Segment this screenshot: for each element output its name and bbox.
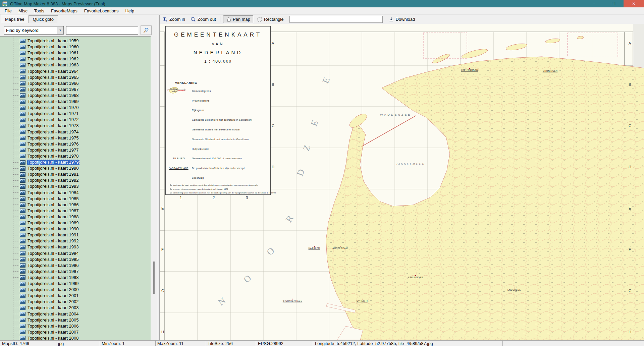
map-image-icon <box>20 245 25 249</box>
legend-entry: Spoorweg <box>166 173 271 183</box>
tree-item[interactable]: Topotijdreis.nl - kaart 1983 <box>0 183 151 189</box>
tree-item[interactable]: Topotijdreis.nl - kaart 2008 <box>0 335 151 340</box>
maximize-button[interactable]: ❐ <box>604 0 624 7</box>
map-image-icon <box>20 324 25 328</box>
tree-item[interactable]: Topotijdreis.nl - kaart 1986 <box>0 202 151 208</box>
city-label: UTRECHT <box>357 300 368 302</box>
search-input[interactable] <box>66 26 138 35</box>
rectangle-button[interactable]: Rectangle <box>255 15 286 23</box>
panel-splitter[interactable] <box>157 15 160 340</box>
tree-item[interactable]: Topotijdreis.nl - kaart 1980 <box>0 165 151 171</box>
tree-item[interactable]: Topotijdreis.nl - kaart 1961 <box>0 50 151 56</box>
tree-item[interactable]: Topotijdreis.nl - kaart 1998 <box>0 275 151 281</box>
tree-item[interactable]: Topotijdreis.nl - kaart 1968 <box>0 93 151 99</box>
toolbar-input[interactable] <box>289 16 383 23</box>
tree-item[interactable]: Topotijdreis.nl - kaart 1967 <box>0 86 151 93</box>
tree-item[interactable]: Topotijdreis.nl - kaart 2005 <box>0 317 151 323</box>
map-image-icon <box>20 124 25 128</box>
tree-item[interactable]: Topotijdreis.nl - kaart 1991 <box>0 232 151 238</box>
tree-item[interactable]: Topotijdreis.nl - kaart 1975 <box>0 135 151 141</box>
tree-item[interactable]: Topotijdreis.nl - kaart 1989 <box>0 220 151 226</box>
tree-item[interactable]: Topotijdreis.nl - kaart 1997 <box>0 269 151 275</box>
menu-file[interactable]: File <box>1 8 15 14</box>
tree-item[interactable]: Topotijdreis.nl - kaart 1962 <box>0 56 151 62</box>
tree-item[interactable]: Topotijdreis.nl - kaart 1999 <box>0 281 151 287</box>
tree-item[interactable]: Topotijdreis.nl - kaart 1978 <box>0 153 151 159</box>
menu-favoritelocations[interactable]: FavoriteLocations <box>81 8 122 14</box>
zoom-out-button[interactable]: Zoom out <box>188 15 219 23</box>
menu-misc[interactable]: Misc <box>15 8 31 14</box>
find-mode-combobox[interactable]: Find by Keyword ▼ <box>4 26 64 35</box>
statusbar-segment: EPSG:28992 <box>256 340 313 346</box>
menu-favoritemaps[interactable]: FavoriteMaps <box>48 8 81 14</box>
tree-item[interactable]: Topotijdreis.nl - kaart 1969 <box>0 99 151 105</box>
tree-item[interactable]: Topotijdreis.nl - kaart 1970 <box>0 105 151 111</box>
tree-scrollbar-thumb[interactable] <box>153 262 155 294</box>
map-viewport[interactable]: AABBCCDDEEFFGGHH123NOORDZEEWADDENZEEIJSS… <box>160 24 644 340</box>
tree-item[interactable]: Topotijdreis.nl - kaart 1965 <box>0 74 151 80</box>
tree-connector <box>13 53 19 53</box>
tree-connector <box>13 241 19 241</box>
tree-item[interactable]: Topotijdreis.nl - kaart 1988 <box>0 214 151 220</box>
tree-scrollbar[interactable] <box>151 36 157 340</box>
map-image-icon <box>20 300 25 304</box>
search-button[interactable] <box>141 25 152 35</box>
tree-item[interactable]: Topotijdreis.nl - kaart 2007 <box>0 329 151 335</box>
tree-item[interactable]: Topotijdreis.nl - kaart 2004 <box>0 311 151 317</box>
tree-item-label: Topotijdreis.nl - kaart 1982 <box>27 178 79 183</box>
tree-item[interactable]: Topotijdreis.nl - kaart 1964 <box>0 68 151 74</box>
tree-item[interactable]: Topotijdreis.nl - kaart 1959 <box>0 38 151 44</box>
tree-item[interactable]: Topotijdreis.nl - kaart 1981 <box>0 171 151 177</box>
tree-item[interactable]: Topotijdreis.nl - kaart 1984 <box>0 190 151 196</box>
chevron-down-icon[interactable]: ▼ <box>57 27 63 34</box>
tab-maps-tree[interactable]: Maps tree <box>1 15 29 23</box>
tree-item[interactable]: Topotijdreis.nl - kaart 1987 <box>0 208 151 214</box>
legend-title-nederland: NEDERLAND <box>166 50 270 55</box>
tree-item[interactable]: Topotijdreis.nl - kaart 1993 <box>0 244 151 250</box>
tree-item[interactable]: Topotijdreis.nl - kaart 1977 <box>0 147 151 153</box>
tab-quick-goto[interactable]: Quick goto <box>29 15 58 23</box>
tree-item[interactable]: Topotijdreis.nl - kaart 1976 <box>0 141 151 147</box>
tree-connector <box>13 205 19 205</box>
tree-item[interactable]: Topotijdreis.nl - kaart 1982 <box>0 177 151 183</box>
minimize-button[interactable]: – <box>584 0 604 7</box>
tree-item[interactable]: Topotijdreis.nl - kaart 1974 <box>0 129 151 135</box>
tree-item[interactable]: Topotijdreis.nl - kaart 1979 <box>0 159 151 165</box>
legend-notes: De basis van de kaart wordt gevormd door… <box>170 183 268 195</box>
tree-item[interactable]: Topotijdreis.nl - kaart 2000 <box>0 287 151 293</box>
legend-symbol-city-text: TILBURG <box>166 157 192 160</box>
tree-item-label: Topotijdreis.nl - kaart 1969 <box>27 99 79 104</box>
map-image-icon <box>20 184 25 189</box>
tree-item-label: Topotijdreis.nl - kaart 1979 <box>27 160 79 165</box>
tree-item[interactable]: Topotijdreis.nl - kaart 1966 <box>0 80 151 86</box>
tree-item[interactable]: Topotijdreis.nl - kaart 2002 <box>0 299 151 305</box>
tree-connector <box>13 326 19 326</box>
grid-col-number: 2 <box>213 195 215 200</box>
pan-map-button[interactable]: Pan map <box>223 15 253 23</box>
tree-item[interactable]: Topotijdreis.nl - kaart 2001 <box>0 293 151 299</box>
tree-item[interactable]: Topotijdreis.nl - kaart 1996 <box>0 263 151 269</box>
tree-connector <box>13 132 19 132</box>
zoom-in-button[interactable]: Zoom in <box>160 15 188 23</box>
tree-item[interactable]: Topotijdreis.nl - kaart 1995 <box>0 256 151 263</box>
close-button[interactable]: ✕ <box>624 0 644 7</box>
tree-item[interactable]: Topotijdreis.nl - kaart 1963 <box>0 62 151 68</box>
menu-help[interactable]: Help <box>122 8 138 14</box>
tree-connector <box>13 192 19 193</box>
download-button[interactable]: Download <box>386 15 418 23</box>
tree-item[interactable]: Topotijdreis.nl - kaart 1985 <box>0 196 151 202</box>
tree-item[interactable]: Topotijdreis.nl - kaart 1990 <box>0 226 151 232</box>
tree-item[interactable]: Topotijdreis.nl - kaart 1971 <box>0 111 151 117</box>
tree-item[interactable]: Topotijdreis.nl - kaart 1994 <box>0 250 151 256</box>
tree-item[interactable]: Topotijdreis.nl - kaart 1960 <box>0 44 151 50</box>
tree-item[interactable]: Topotijdreis.nl - kaart 1972 <box>0 117 151 123</box>
grid-row-letter: C <box>272 124 274 128</box>
tree-item[interactable]: Topotijdreis.nl - kaart 1992 <box>0 238 151 244</box>
tree-item[interactable]: Topotijdreis.nl - kaart 2006 <box>0 323 151 329</box>
tree-item[interactable]: Topotijdreis.nl - kaart 2003 <box>0 305 151 311</box>
download-icon <box>389 17 394 22</box>
grid-row-letter: A <box>272 41 274 45</box>
menu-tools[interactable]: Tools <box>31 8 48 14</box>
map-panel: Zoom in Zoom out Pan map <box>160 15 644 340</box>
tree-item[interactable]: Topotijdreis.nl - kaart 1973 <box>0 123 151 129</box>
